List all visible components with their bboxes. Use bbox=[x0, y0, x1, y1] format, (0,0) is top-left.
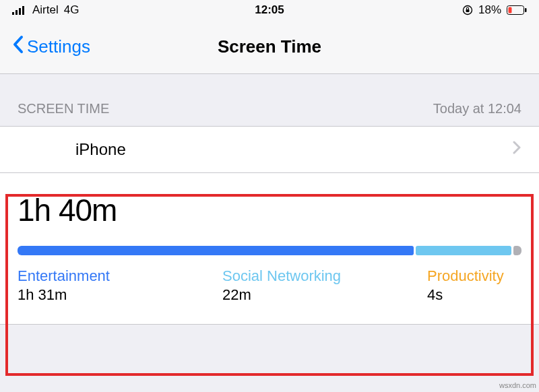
svg-rect-5 bbox=[466, 9, 469, 12]
status-right: 18% bbox=[462, 3, 527, 17]
svg-rect-1 bbox=[15, 10, 18, 15]
back-label: Settings bbox=[27, 36, 90, 57]
section-title: SCREEN TIME bbox=[18, 101, 109, 117]
svg-rect-8 bbox=[509, 7, 512, 13]
network-label: 4G bbox=[64, 3, 80, 17]
status-bar: Airtel 4G 12:05 18% bbox=[0, 0, 539, 20]
category-value: 4s bbox=[427, 286, 521, 304]
watermark: wsxdn.com bbox=[499, 381, 536, 389]
back-button[interactable]: Settings bbox=[12, 35, 90, 59]
page-title: Screen Time bbox=[218, 36, 321, 57]
category-value: 22m bbox=[222, 286, 344, 304]
category-social-networking: Social Networking 22m bbox=[222, 267, 344, 304]
category-name: Entertainment bbox=[18, 267, 139, 285]
rotation-lock-icon bbox=[462, 5, 473, 15]
status-time: 12:05 bbox=[255, 3, 284, 17]
carrier-label: Airtel bbox=[32, 3, 59, 17]
usage-categories: Entertainment 1h 31m Social Networking 2… bbox=[18, 267, 521, 304]
bar-segment-social-networking bbox=[416, 246, 511, 255]
device-label: iPhone bbox=[75, 140, 126, 159]
section-header: SCREEN TIME Today at 12:04 bbox=[0, 74, 539, 126]
svg-rect-7 bbox=[525, 8, 527, 12]
usage-bar-chart bbox=[18, 246, 521, 255]
cellular-signal-icon bbox=[12, 5, 27, 15]
svg-rect-0 bbox=[12, 12, 14, 15]
status-left: Airtel 4G bbox=[12, 3, 79, 17]
chevron-right-icon bbox=[512, 140, 521, 159]
category-entertainment: Entertainment 1h 31m bbox=[18, 267, 139, 304]
nav-bar: Settings Screen Time bbox=[0, 20, 539, 74]
category-productivity: Productivity 4s bbox=[427, 267, 521, 304]
category-value: 1h 31m bbox=[18, 286, 139, 304]
usage-block[interactable]: 1h 40m Entertainment 1h 31m Social Netwo… bbox=[0, 173, 539, 325]
device-row[interactable]: iPhone bbox=[0, 126, 539, 173]
category-name: Productivity bbox=[427, 267, 521, 285]
svg-rect-3 bbox=[22, 6, 24, 15]
section-timestamp: Today at 12:04 bbox=[433, 101, 521, 117]
battery-low-icon bbox=[507, 5, 527, 15]
bar-segment-entertainment bbox=[18, 246, 414, 255]
bar-segment-productivity bbox=[513, 246, 521, 255]
svg-rect-2 bbox=[19, 8, 21, 15]
category-name: Social Networking bbox=[222, 267, 344, 285]
usage-total: 1h 40m bbox=[18, 192, 521, 228]
battery-percent: 18% bbox=[478, 3, 501, 17]
chevron-left-icon bbox=[12, 35, 24, 59]
